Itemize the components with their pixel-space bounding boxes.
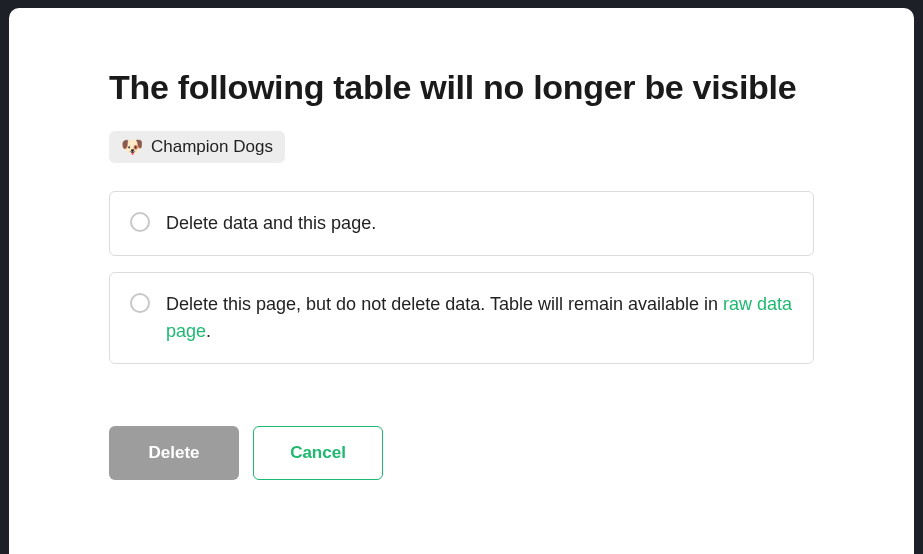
option-text: Delete data and this page. — [166, 210, 376, 237]
option-delete-page-keep-data[interactable]: Delete this page, but do not delete data… — [109, 272, 814, 364]
option-text: Delete this page, but do not delete data… — [166, 291, 793, 345]
modal-actions: Delete Cancel — [109, 426, 814, 480]
option-text-before: Delete this page, but do not delete data… — [166, 294, 723, 314]
table-chip-label: Champion Dogs — [151, 137, 273, 157]
option-delete-data-and-page[interactable]: Delete data and this page. — [109, 191, 814, 256]
option-text-before: Delete data and this page. — [166, 213, 376, 233]
delete-button[interactable]: Delete — [109, 426, 239, 480]
delete-table-modal: The following table will no longer be vi… — [9, 8, 914, 554]
radio-icon — [130, 293, 150, 313]
modal-title: The following table will no longer be vi… — [109, 68, 814, 107]
delete-options: Delete data and this page. Delete this p… — [109, 191, 814, 364]
radio-icon — [130, 212, 150, 232]
table-chip: 🐶 Champion Dogs — [109, 131, 285, 163]
cancel-button[interactable]: Cancel — [253, 426, 383, 480]
dog-icon: 🐶 — [121, 138, 143, 156]
option-text-after: . — [206, 321, 211, 341]
